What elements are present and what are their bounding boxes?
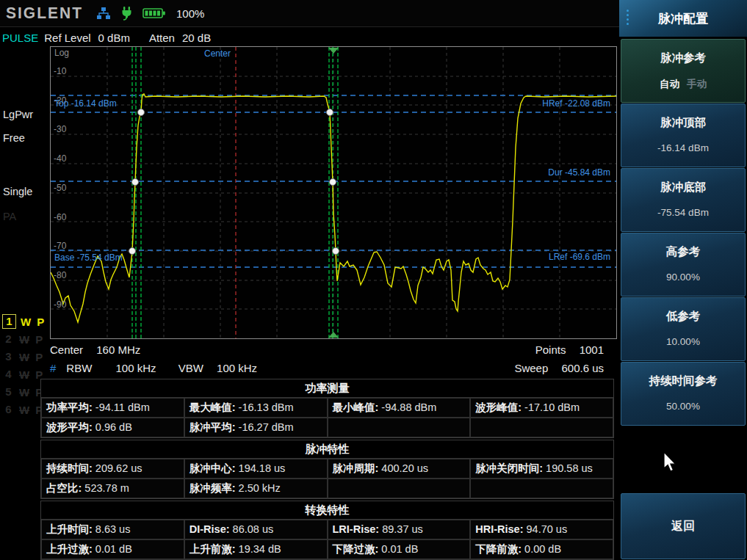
softkey-label: 脉冲参考 [621, 51, 745, 66]
battery-icon [142, 7, 166, 19]
softkey-value: 50.00% [621, 401, 745, 412]
gate-marker-top [328, 48, 339, 54]
ref-label-href: HRef -22.08 dBm [542, 99, 610, 109]
softkey-6[interactable]: 持续时间参考50.00% [621, 362, 746, 426]
center-freq-value: 160 MHz [96, 343, 140, 356]
points-value: 1001 [580, 343, 604, 356]
softkey-value: -75.54 dBm [621, 207, 745, 218]
y-tick-label: -80 [54, 271, 66, 280]
trace-write-flag: W [19, 333, 29, 346]
toggle-option[interactable]: 自动 [660, 79, 679, 90]
mouse-cursor [663, 452, 682, 477]
section-title: 脉冲特性 [41, 440, 613, 459]
center-marker-label: Center [204, 49, 231, 59]
measurement-tables: 功率测量功率平均-94.11 dBm最大峰值-16.13 dBm最小峰值-94.… [40, 379, 614, 560]
trace-plot-canvas [51, 47, 616, 338]
atten-value: 20 dB [182, 32, 211, 44]
edge-crossing-marker [327, 109, 333, 116]
toggle-option[interactable]: 手动 [687, 79, 707, 90]
measurement-cell: 脉冲中心194.18 us [184, 459, 328, 479]
softkey-value: -16.14 dBm [621, 142, 745, 153]
measurement-header: PULSE Ref Level 0 dBm Atten 20 dB [2, 29, 230, 46]
trace-write-flag: W [19, 404, 29, 416]
gate-marker-bottom [328, 332, 339, 338]
ref-label-top: Top -16.14 dBm [54, 99, 117, 109]
trace-selector-3[interactable]: 3WP [2, 348, 43, 366]
y-tick-label: -50 [54, 183, 66, 193]
sweep-info-row-1: Center 160 MHz Points 1001 [50, 341, 614, 358]
measurement-section: 功率测量功率平均-94.11 dBm最大峰值-16.13 dBm最小峰值-94.… [40, 379, 614, 438]
trace-selector-2[interactable]: 2WP [2, 330, 43, 348]
measurement-cell: LRI-Rise89.37 us [328, 520, 471, 539]
softkey-value: 10.00% [621, 336, 745, 347]
sweep-info-row-2: #RBW 100 kHz VBW 100 kHz Sweep 600.6 us [50, 359, 614, 377]
menu-header: 脉冲配置 [619, 0, 747, 37]
lan-icon [96, 6, 111, 21]
trace-selector-1[interactable]: 1WP [2, 313, 44, 330]
y-tick-label: -10 [54, 67, 66, 76]
ref-level-value: 0 dBm [98, 32, 130, 44]
trace-number: 3 [2, 350, 15, 363]
mode-label: PULSE [2, 32, 38, 44]
measurement-cell [328, 418, 471, 437]
trace-selector-5[interactable]: 5WP [2, 383, 43, 401]
side-label-free: Free [3, 132, 25, 144]
trace-number: 6 [2, 403, 15, 416]
softkey-toggle: 自动手动 [621, 78, 745, 91]
y-tick-label: -60 [54, 213, 66, 222]
side-label-lgpwr: LgPwr [3, 109, 33, 120]
measurement-cell: 最小峰值-94.88 dBm [328, 398, 471, 418]
trace-power-flag: P [35, 333, 43, 346]
softkey-menu: 脉冲配置 脉冲参考自动手动脉冲顶部-16.14 dBm脉冲底部-75.54 dB… [619, 0, 747, 560]
softkey-2[interactable]: 脉冲顶部-16.14 dBm [621, 103, 746, 167]
measurement-cell: HRI-Rise94.70 us [470, 520, 613, 539]
y-tick-label: -90 [54, 300, 66, 310]
center-freq-label: Center [50, 343, 83, 356]
side-label-single: Single [3, 186, 32, 197]
trace-selector-6[interactable]: 6WP [2, 401, 43, 418]
edge-crossing-marker [330, 179, 336, 186]
menu-dots-icon[interactable] [627, 10, 629, 25]
trace-write-flag: W [19, 386, 29, 399]
spectrum-analyzer-screen: SIGLENT 100% [0, 0, 747, 560]
measurement-cell: DI-Rise86.08 us [184, 520, 328, 539]
measurement-cell: 最大峰值-16.13 dBm [184, 398, 328, 418]
rbw-label: #RBW [50, 362, 102, 374]
softkey-label: 持续时间参考 [621, 374, 745, 389]
trace-number: 5 [2, 385, 15, 399]
measurement-cell: 上升过激0.01 dB [41, 539, 184, 559]
softkey-1[interactable]: 脉冲参考自动手动 [621, 39, 746, 103]
softkey-3[interactable]: 脉冲底部-75.54 dBm [621, 168, 746, 232]
trace-power-flag: P [37, 316, 44, 328]
sweep-value: 600.6 us [561, 362, 604, 374]
power-plug-icon [120, 6, 134, 21]
edge-crossing-marker [333, 248, 339, 255]
measurement-cell: 脉冲周期400.20 us [328, 459, 471, 479]
trace-selector-4[interactable]: 4WP [2, 366, 43, 383]
atten-label: Atten [149, 32, 175, 44]
measurement-cell: 占空比523.78 m [41, 479, 184, 498]
softkey-5[interactable]: 低参考10.00% [621, 297, 746, 361]
section-title: 功率测量 [41, 379, 613, 398]
vbw-value: 100 kHz [217, 362, 257, 374]
measurement-section: 脉冲特性持续时间209.62 us脉冲中心194.18 us脉冲周期400.20… [40, 440, 614, 499]
edge-crossing-marker [129, 248, 136, 255]
points-label: Points [535, 343, 566, 356]
trace-power-flag: P [35, 351, 43, 363]
vbw-label: VBW [178, 362, 203, 374]
siglent-logo: SIGLENT [6, 4, 83, 22]
trace-number: 2 [2, 332, 15, 346]
softkey-4[interactable]: 高参考90.00% [621, 233, 746, 297]
y-tick-label: -30 [54, 125, 66, 134]
back-button[interactable]: 返回 [621, 493, 746, 559]
y-tick-label: -70 [54, 241, 66, 251]
softkey-label: 脉冲底部 [621, 180, 745, 195]
measurement-section: 转换特性上升时间8.63 usDI-Rise86.08 usLRI-Rise89… [40, 501, 614, 560]
measurement-cell: 脉冲频率2.50 kHz [184, 479, 328, 498]
menu-title: 脉冲配置 [658, 10, 708, 27]
ref-level-label: Ref Level [44, 32, 90, 44]
measurement-cell: 功率平均-94.11 dBm [41, 398, 184, 418]
trace-number: 4 [2, 368, 15, 381]
rbw-value: 100 kHz [116, 362, 156, 374]
y-tick-label: -40 [54, 154, 66, 164]
